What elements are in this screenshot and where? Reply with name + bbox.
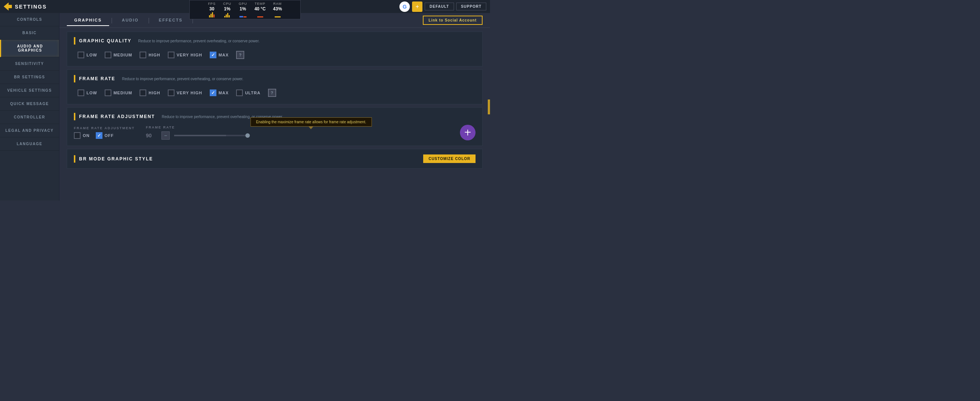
- fra-header: FRAME RATE ADJUSTMENT Reduce to improve …: [74, 113, 476, 120]
- cpu-bar-seg1: [224, 16, 225, 18]
- link-social-account-button[interactable]: Link to Social Account: [423, 16, 482, 25]
- cpu-value: 1%: [224, 6, 230, 11]
- frame-rate-col: FRAME RATE 90 −: [146, 126, 449, 140]
- fps-label: FPS: [208, 2, 216, 6]
- main-layout: CONTROLS BASIC AUDIO AND GRAPHICS SENSIT…: [0, 13, 490, 200]
- fra-accent: [74, 113, 75, 120]
- gq-high-checkbox[interactable]: [140, 52, 146, 58]
- fr-high-checkbox[interactable]: [140, 89, 146, 96]
- fr-medium-checkbox[interactable]: [105, 89, 111, 96]
- frame-rate-section: FRAME RATE Reduce to improve performance…: [67, 69, 482, 104]
- frame-rate-adjustment-section: FRAME RATE ADJUSTMENT Reduce to improve …: [67, 107, 482, 146]
- cpu-bar-seg2: [226, 14, 227, 18]
- fr-max-option: MAX: [210, 89, 229, 96]
- fr-medium-label: MEDIUM: [114, 91, 132, 95]
- top-bar: SETTINGS FPS 30 CPU 1% GPU 1%: [0, 0, 490, 13]
- fra-off-option: OFF: [96, 132, 114, 139]
- fr-slider-thumb: [245, 133, 250, 138]
- adj-col-left: FRAME RATE ADJUSTMENT ON OFF: [74, 126, 135, 139]
- gq-very-high-checkbox[interactable]: [168, 52, 175, 58]
- fps-bar: [209, 12, 215, 18]
- cpu-label: CPU: [223, 2, 231, 6]
- fr-ultra-label: ULTRA: [245, 91, 260, 95]
- tooltip-arrow: [309, 126, 314, 129]
- sidebar-item-sensitivity[interactable]: SENSITIVITY: [0, 57, 59, 70]
- sidebar-item-br-settings[interactable]: BR SETTINGS: [0, 70, 59, 84]
- gq-medium-option: MEDIUM: [105, 52, 132, 58]
- gq-medium-label: MEDIUM: [114, 53, 132, 57]
- temp-value: 40 °C: [254, 6, 266, 11]
- tab-audio[interactable]: AUDIO: [115, 15, 146, 26]
- fra-title: FRAME RATE ADJUSTMENT: [79, 114, 155, 119]
- gpu-bar-red: [243, 16, 247, 18]
- cpu-display: CPU 1%: [223, 2, 231, 18]
- fra-on-option: ON: [74, 132, 90, 139]
- fra-on-checkbox[interactable]: [74, 132, 81, 139]
- fr-high-label: HIGH: [148, 91, 161, 95]
- cpu-bar-seg3: [227, 13, 228, 18]
- gpu-bar-wide: [239, 16, 243, 18]
- sidebar-item-controls[interactable]: CONTROLS: [0, 13, 59, 26]
- gq-max-checkbox[interactable]: [210, 52, 216, 58]
- ram-display: RAM 43%: [273, 2, 282, 18]
- fr-max-label: MAX: [219, 91, 229, 95]
- content-area: GRAPHICS | AUDIO | EFFECTS | Link to Soc…: [59, 13, 490, 200]
- fps-bar-seg4: [213, 14, 215, 18]
- graphic-quality-accent: [74, 37, 75, 45]
- fr-very-high-checkbox[interactable]: [168, 89, 175, 96]
- on-off-options: ON OFF: [74, 132, 135, 139]
- tab-divider-2: |: [148, 17, 150, 24]
- frame-rate-help-icon[interactable]: ?: [268, 89, 276, 97]
- sidebar-item-basic[interactable]: BASIC: [0, 26, 59, 40]
- frame-rate-desc: Reduce to improve performance, prevent o…: [122, 77, 243, 81]
- default-button[interactable]: DEFAULT: [425, 3, 453, 10]
- temp-bar: [257, 12, 263, 18]
- fr-low-checkbox[interactable]: [78, 89, 84, 96]
- fr-very-high-label: VERY HIGH: [177, 91, 202, 95]
- sidebar-item-legal-and-privacy[interactable]: LEGAL AND PRIVACY: [0, 124, 59, 137]
- adj-label: FRAME RATE ADJUSTMENT: [74, 126, 135, 130]
- graphic-quality-help-icon[interactable]: ?: [236, 51, 244, 59]
- cpu-bar: [224, 12, 230, 18]
- cpu-bar-seg4: [229, 15, 230, 18]
- graphic-quality-options: LOW MEDIUM HIGH VERY HIGH: [74, 49, 476, 61]
- fr-current-value: 90: [146, 132, 157, 138]
- temp-display: TEMP 40 °C: [254, 2, 266, 18]
- fra-tooltip: Enabling the maximize frame rate allows …: [251, 117, 372, 127]
- support-button[interactable]: SUPPORT: [456, 3, 486, 10]
- google-button[interactable]: G: [399, 2, 410, 12]
- plus-button[interactable]: +: [412, 2, 422, 12]
- graphic-quality-desc: Reduce to improve performance, prevent o…: [138, 39, 259, 43]
- fr-ultra-option: ULTRA: [236, 89, 260, 96]
- fr-slider[interactable]: [174, 135, 248, 136]
- fr-low-label: LOW: [86, 91, 97, 95]
- tab-effects[interactable]: EFFECTS: [151, 15, 190, 26]
- tab-graphics[interactable]: GRAPHICS: [67, 15, 109, 26]
- sidebar-item-vehicle-settings[interactable]: VEHICLE SETTINGS: [0, 84, 59, 97]
- sidebar-item-language[interactable]: LANGUAGE: [0, 137, 59, 151]
- ram-bar-seg: [275, 16, 281, 18]
- fps-bar-seg1: [209, 15, 210, 18]
- fr-ultra-checkbox[interactable]: [236, 89, 243, 96]
- sidebar-item-audio-and-graphics[interactable]: AUDIO AND GRAPHICS: [0, 40, 59, 57]
- fra-off-checkbox[interactable]: [96, 132, 102, 139]
- graphic-quality-section: GRAPHIC QUALITY Reduce to improve perfor…: [67, 32, 482, 67]
- gpu-label: GPU: [239, 2, 247, 6]
- sidebar-item-quick-message[interactable]: QUICK MESSAGE: [0, 97, 59, 111]
- fr-max-checkbox[interactable]: [210, 89, 216, 96]
- gq-medium-checkbox[interactable]: [105, 52, 111, 58]
- fr-slider-row: 90 −: [146, 131, 449, 140]
- svg-rect-1: [467, 130, 468, 135]
- gq-low-checkbox[interactable]: [78, 52, 84, 58]
- top-right-controls: G + DEFAULT SUPPORT: [399, 2, 486, 12]
- sidebar-item-controller[interactable]: CONTROLLER: [0, 111, 59, 124]
- customize-color-button[interactable]: CUSTOMIZE COLOR: [423, 154, 476, 163]
- fr-minus-button[interactable]: −: [161, 131, 170, 140]
- fps-value: 30: [209, 6, 214, 11]
- purple-action-button[interactable]: [460, 125, 476, 140]
- br-mode-title: BR MODE GRAPHIC STYLE: [79, 156, 153, 162]
- gpu-value: 1%: [239, 6, 246, 11]
- frame-rate-title: FRAME RATE: [79, 76, 115, 81]
- back-arrow-icon[interactable]: [4, 3, 12, 11]
- frame-rate-header: FRAME RATE Reduce to improve performance…: [74, 75, 476, 83]
